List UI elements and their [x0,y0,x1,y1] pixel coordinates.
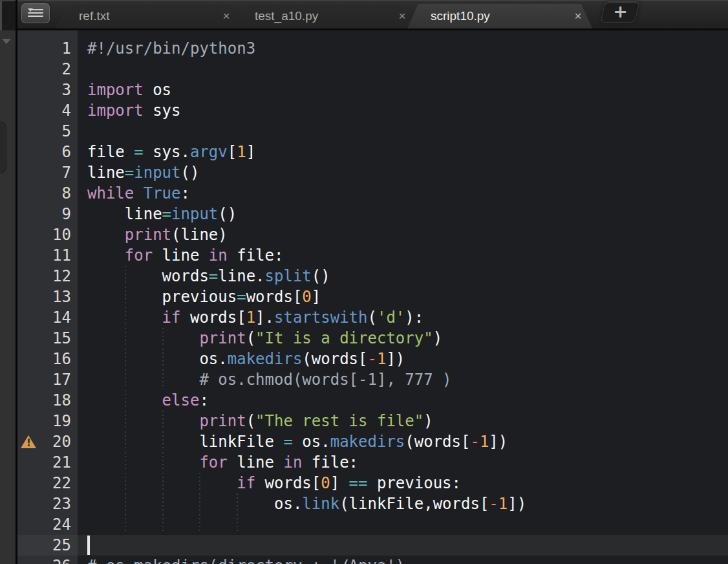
code-line: line=input() [78,204,728,224]
syntax-token: linkFile [87,433,283,451]
syntax-token: sys [144,102,181,120]
syntax-token: words[ [246,288,303,306]
indent-guide [162,411,164,430]
code-area[interactable]: #!/usr/bin/python3import osimport sysfil… [78,30,728,564]
indent-guide [125,390,126,409]
warning-icon [21,435,36,449]
syntax-token [87,246,125,265]
syntax-token: link [302,495,339,513]
left-edge-strip-top [0,0,16,30]
syntax-token: # os.chmod(words[-1], 777 ) [199,371,451,389]
code-line: print("It is a directory") [78,328,728,349]
indent-guide [125,514,126,534]
syntax-token: line [228,453,284,472]
syntax-token: print [199,329,246,347]
line-number: 9 [17,204,71,224]
indent-guide [162,452,164,472]
syntax-token [87,226,125,244]
left-strip-pill [0,122,6,173]
code-line: while True: [78,183,728,204]
indent-guide [125,431,126,451]
code-line: import sys [78,100,728,121]
syntax-token: 1 [237,143,246,161]
code-line [78,121,728,142]
syntax-token: sys. [144,143,190,161]
syntax-token: os. [87,495,302,513]
syntax-token: : [181,184,190,202]
syntax-token: file: [302,453,358,472]
line-number: 6 [17,142,71,162]
code-line: line=input() [78,162,728,183]
code-line: #!/usr/bin/python3 [78,38,728,59]
syntax-token: = [125,164,134,182]
syntax-token: 0 [302,288,311,306]
syntax-token: previous [87,288,237,306]
line-number: 24 [17,514,71,535]
syntax-token: split [265,267,312,285]
syntax-token: os. [293,433,330,451]
code-line: words=line.split() [78,266,728,287]
indent-guide [125,287,126,306]
line-number: 12 [17,266,71,287]
tab-label: script10.py [407,9,564,23]
line-number-gutter: 1234567891011121314151617181920212223242… [17,30,78,564]
syntax-token: = [237,288,246,306]
code-line: os.link(linkFile,words[-1]) [78,494,728,514]
line-number: 1 [17,38,71,59]
syntax-token [134,184,143,202]
plus-icon: + [613,3,628,20]
code-line: if words[0] == previous: [78,473,728,494]
line-number: 16 [17,349,71,369]
code-line: os.makedirs(words[-1]) [78,349,728,369]
indent-guide [162,473,164,492]
tab-label: test_a10.py [231,9,388,23]
syntax-token: 1 [246,309,255,327]
tab-list-icon [28,8,43,19]
line-number: 14 [17,307,71,328]
down-triangle-icon [2,39,11,44]
line-number: 17 [17,369,71,390]
line-number: 8 [17,183,71,204]
syntax-token: () [181,164,200,182]
syntax-token: #!/usr/bin/python3 [87,39,255,58]
indent-guide [125,266,126,285]
line-number: 15 [17,328,71,349]
syntax-token: file [87,143,134,161]
text-cursor [87,536,90,555]
line-number: 11 [17,245,71,266]
code-line [78,535,728,556]
indent-guide [199,514,200,534]
indent-guide [125,328,126,347]
syntax-token: () [312,267,330,285]
syntax-token: == [349,474,368,492]
tab-ref.txt[interactable]: ref.txt× [56,4,241,28]
syntax-token: makedirs [330,433,405,451]
indent-guide [162,514,164,534]
syntax-token: ( [246,412,255,430]
code-line: import os [78,80,728,100]
tab-script10.py[interactable]: script10.py× [407,4,592,28]
syntax-token: input [171,205,218,223]
syntax-token: (line) [171,226,228,244]
syntax-token: argv [190,143,228,161]
line-number: 23 [17,494,71,514]
tab-test_a10.py[interactable]: test_a10.py× [231,4,416,28]
new-tab-button[interactable]: + [600,1,640,23]
syntax-token: import [87,81,144,99]
indent-guide [199,494,200,513]
syntax-token: = [283,433,292,451]
syntax-token: print [199,412,246,430]
syntax-token: True [144,184,181,202]
syntax-token [87,329,199,347]
syntax-token [87,453,199,472]
indent-guide [125,369,126,389]
syntax-token: ): [405,309,423,327]
indent-guide [162,349,164,368]
syntax-token: () [218,205,237,223]
syntax-token: os [144,81,171,99]
tab-list-button[interactable] [21,3,50,24]
syntax-token: ) [433,329,442,347]
line-number: 10 [17,224,71,245]
tab-close-icon[interactable]: × [564,9,592,23]
syntax-token: 0 [321,474,330,492]
